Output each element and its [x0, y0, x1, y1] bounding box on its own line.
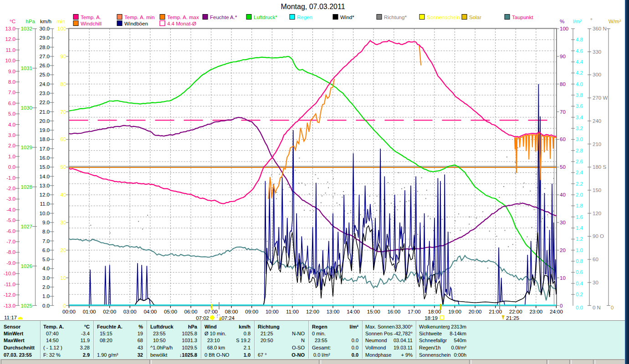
svg-text:3.4: 3.4 — [576, 115, 583, 120]
svg-text:15:00: 15:00 — [367, 309, 380, 314]
svg-text:0.0: 0.0 — [42, 303, 50, 308]
svg-text:30: 30 — [593, 280, 598, 285]
svg-text:0.8: 0.8 — [576, 258, 583, 264]
svg-text:Windchill: Windchill — [81, 21, 102, 26]
svg-text:11.0: 11.0 — [40, 201, 50, 207]
svg-text:19:00: 19:00 — [448, 309, 461, 314]
svg-text:18.0: 18.0 — [40, 136, 50, 142]
svg-text:60: 60 — [593, 257, 598, 262]
svg-text:8.0: 8.0 — [42, 229, 50, 234]
svg-text:23:00: 23:00 — [529, 309, 542, 314]
svg-text:25.0: 25.0 — [40, 72, 50, 77]
svg-text:4.0: 4.0 — [576, 81, 583, 87]
svg-text:Regen: Regen — [297, 15, 312, 20]
svg-text:13:00: 13:00 — [327, 309, 340, 314]
svg-text:30: 30 — [560, 220, 566, 225]
svg-text:7.0: 7.0 — [8, 90, 15, 95]
svg-text:100: 100 — [560, 26, 568, 31]
svg-text:90: 90 — [60, 54, 66, 59]
svg-text:09:00: 09:00 — [245, 309, 258, 314]
svg-text:Luftdruck*: Luftdruck* — [254, 15, 277, 20]
svg-text:-2.0: -2.0 — [6, 186, 15, 191]
svg-text:300: 300 — [593, 72, 601, 77]
svg-text:-12.0: -12.0 — [4, 292, 15, 298]
svg-text:24.0: 24.0 — [40, 81, 50, 87]
svg-text:16:00: 16:00 — [387, 309, 400, 314]
svg-text:6.0: 6.0 — [8, 101, 15, 106]
svg-text:4.4 Monat-Ø: 4.4 Monat-Ø — [167, 21, 196, 26]
svg-text:3.0: 3.0 — [8, 132, 15, 138]
svg-text:12.0: 12.0 — [5, 36, 15, 42]
svg-text:0.0: 0.0 — [8, 164, 15, 170]
svg-text:10: 10 — [60, 275, 66, 281]
svg-text:Temp. A. max: Temp. A. max — [167, 15, 199, 20]
svg-text:Temp. A. min: Temp. A. min — [124, 15, 154, 20]
svg-text:4.0: 4.0 — [42, 266, 50, 271]
svg-text:14.0: 14.0 — [40, 174, 50, 179]
svg-text:3.8: 3.8 — [576, 92, 583, 98]
svg-text:180 S: 180 S — [593, 164, 606, 170]
svg-text:12.0: 12.0 — [40, 192, 50, 197]
svg-text:60: 60 — [60, 136, 66, 142]
svg-text:°: ° — [590, 17, 593, 23]
svg-text:22.0: 22.0 — [40, 100, 50, 105]
svg-text:1032: 1032 — [20, 26, 32, 31]
svg-text:1.0: 1.0 — [8, 154, 15, 159]
svg-text:02:00: 02:00 — [103, 309, 116, 314]
svg-text:Wind*: Wind* — [340, 15, 354, 20]
svg-text:4.2: 4.2 — [576, 70, 583, 76]
svg-text:2.6: 2.6 — [576, 159, 583, 164]
svg-text:Sonnenschein: Sonnenschein — [427, 15, 460, 20]
svg-text:20: 20 — [60, 248, 66, 253]
svg-text:270 W: 270 W — [593, 95, 608, 101]
svg-text:1.0: 1.0 — [576, 248, 583, 253]
svg-text:19.0: 19.0 — [40, 127, 50, 133]
svg-text:20: 20 — [560, 248, 566, 253]
svg-text:1028: 1028 — [20, 184, 32, 190]
svg-text:1026: 1026 — [20, 263, 32, 269]
svg-text:1031: 1031 — [20, 66, 32, 71]
svg-text:5.0: 5.0 — [42, 257, 50, 262]
svg-text:00:00: 00:00 — [62, 309, 76, 314]
svg-text:1.0: 1.0 — [42, 293, 50, 299]
svg-text:05:00: 05:00 — [164, 309, 177, 314]
svg-text:15.0: 15.0 — [40, 164, 50, 170]
svg-text:3.2: 3.2 — [576, 126, 583, 131]
svg-text:10:00: 10:00 — [266, 309, 279, 314]
svg-text:4.6: 4.6 — [576, 48, 583, 54]
svg-text:17:00: 17:00 — [408, 309, 421, 314]
svg-text:11:17: 11:17 — [4, 315, 17, 320]
svg-text:50: 50 — [560, 164, 566, 170]
svg-text:Windböen: Windböen — [124, 21, 148, 26]
svg-text:Temp. A.: Temp. A. — [81, 15, 101, 20]
svg-text:2.2: 2.2 — [576, 181, 583, 187]
svg-text:Feuchte A.*: Feuchte A.* — [210, 15, 237, 20]
svg-text:26.0: 26.0 — [40, 63, 50, 68]
svg-text:70: 70 — [560, 109, 566, 115]
svg-text:-8.0: -8.0 — [6, 249, 15, 255]
svg-text:-9.0: -9.0 — [6, 260, 15, 266]
svg-text:08:00: 08:00 — [225, 309, 238, 314]
svg-text:1.2: 1.2 — [576, 236, 583, 242]
svg-text:1027: 1027 — [20, 224, 32, 229]
svg-text:1.6: 1.6 — [576, 214, 583, 220]
svg-text:22:00: 22:00 — [509, 309, 522, 314]
svg-text:30.0: 30.0 — [40, 26, 50, 31]
svg-text:Solar: Solar — [469, 15, 481, 20]
svg-text:0: 0 — [560, 303, 563, 308]
svg-text:3.0: 3.0 — [576, 136, 583, 142]
svg-text:03:00: 03:00 — [123, 309, 137, 314]
svg-text:0: 0 — [63, 303, 66, 308]
svg-text:16.0: 16.0 — [40, 155, 50, 161]
svg-text:80: 80 — [60, 81, 66, 87]
svg-text:2.0: 2.0 — [576, 192, 583, 197]
svg-text:3.6: 3.6 — [576, 103, 583, 109]
svg-text:40: 40 — [60, 192, 66, 197]
svg-text:°C: °C — [10, 19, 15, 24]
svg-text:5.0: 5.0 — [8, 111, 15, 116]
svg-text:-4.0: -4.0 — [6, 207, 15, 212]
svg-text:60: 60 — [560, 136, 566, 142]
svg-text:80: 80 — [560, 81, 566, 87]
svg-text:20:00: 20:00 — [469, 309, 482, 314]
svg-text:27.0: 27.0 — [40, 54, 50, 59]
